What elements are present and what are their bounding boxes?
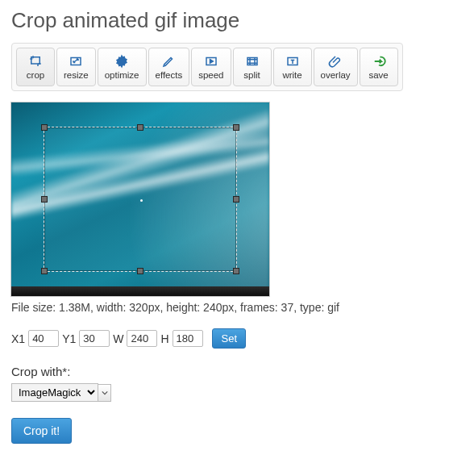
film-icon [244,54,260,69]
coordinates-row: X1 Y1 W H Set [11,328,463,349]
tool-write[interactable]: write [273,48,312,86]
tool-split[interactable]: split [233,48,272,86]
tool-speed[interactable]: speed [191,48,231,86]
tool-label: crop [27,70,44,80]
paperclip-icon [327,54,343,69]
text-icon [285,54,301,69]
chevron-down-icon[interactable] [98,384,111,402]
tool-label: split [243,70,260,80]
y1-input[interactable] [79,330,110,347]
play-icon [203,54,219,69]
page-title: Crop animated gif image [11,8,463,33]
resize-icon [68,54,84,69]
crop-icon [27,54,44,69]
h-label: H [160,332,168,345]
crop-handle-n[interactable] [137,124,143,131]
crop-handle-sw[interactable] [41,268,48,274]
set-button[interactable]: Set [212,328,246,349]
save-icon [371,54,387,69]
tool-save[interactable]: save [360,48,398,86]
crop-handle-nw[interactable] [41,124,48,131]
preview-taskbar [11,286,269,296]
tool-label: speed [198,70,223,80]
crop-it-button[interactable]: Crop it! [11,418,72,444]
crop-handle-e[interactable] [233,196,239,203]
crop-with-label: Crop with*: [11,365,463,378]
tool-label: resize [64,70,89,80]
x1-input[interactable] [28,330,59,347]
h-input[interactable] [173,330,203,347]
tool-effects[interactable]: effects [148,48,190,86]
tool-overlay[interactable]: overlay [314,48,358,86]
cursor-icon [140,199,143,202]
pencil-icon [160,54,177,69]
x1-label: X1 [11,332,25,345]
tool-label: effects [156,70,183,80]
crop-with-select[interactable]: ImageMagick [11,383,98,402]
toolbar: crop resize optimize effects speed [11,43,403,91]
crop-handle-s[interactable] [137,268,143,274]
crop-handle-w[interactable] [41,196,48,203]
crop-handle-se[interactable] [233,268,239,274]
tool-label: save [368,70,388,80]
tool-optimize[interactable]: optimize [98,48,147,86]
tool-crop[interactable]: crop [16,48,55,86]
tool-label: optimize [105,70,139,80]
y1-label: Y1 [62,332,76,345]
crop-handle-ne[interactable] [233,124,239,131]
svg-rect-4 [247,58,257,65]
tool-label: write [282,70,301,80]
tool-label: overlay [321,70,351,80]
file-meta: File size: 1.38M, width: 320px, height: … [11,301,463,314]
image-preview[interactable] [11,102,269,296]
w-label: W [113,332,123,345]
tool-resize[interactable]: resize [56,48,96,86]
gear-icon [114,54,130,69]
crop-selection[interactable] [44,127,237,272]
w-input[interactable] [127,330,157,347]
